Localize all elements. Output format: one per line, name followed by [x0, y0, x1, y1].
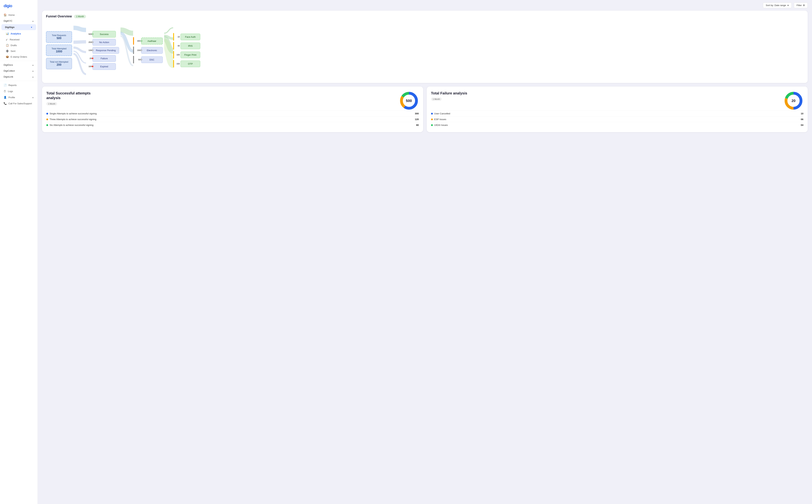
sort-button[interactable]: Sort by: Date range ▼	[763, 3, 792, 8]
sidebar-item-drafts[interactable]: 📋 Drafts	[0, 42, 38, 48]
success-analysis-card: Total Successful attempts analysis 1 Mon…	[42, 87, 423, 132]
failure-donut-chart: 20	[784, 91, 803, 111]
main-content: Sort by: Date range ▼ Filter ⚙ Funnel Ov…	[38, 0, 812, 504]
success-row-3-value: 80	[416, 124, 419, 126]
stage1-node-pending: 130 Response Pending	[86, 47, 119, 54]
sent-icon: ➕	[6, 50, 9, 52]
success-analysis-period: 1 Month	[46, 102, 57, 105]
success-legend: Single Attempts to achieve successful si…	[46, 111, 419, 128]
home-icon: 🏠	[4, 13, 7, 16]
reports-icon: 📄	[4, 84, 7, 87]
digisign-label: DigiSign	[5, 26, 15, 29]
sidebar-item-digidocs[interactable]: DigiDocs ▲	[0, 62, 38, 68]
profile-icon: 👤	[4, 96, 7, 99]
stage2-node-electronic: 150 Electronic	[133, 47, 163, 54]
sidebar-item-estamp[interactable]: 📦 E-stamp Orders	[0, 54, 38, 60]
stage1-pending-num: 130	[86, 49, 92, 51]
stage3-section: 10 Face Auth 40 IRIS	[164, 22, 200, 78]
chevron-up-icon: ▲	[32, 96, 34, 98]
total-not-attempted-value: 200	[49, 63, 69, 66]
chevron-down-icon: ▼	[31, 26, 33, 28]
success-row-3: Six Attempts to achieve successful signi…	[46, 122, 419, 128]
sidebar-item-sent[interactable]: ➕ Sent	[0, 48, 38, 54]
sidebar-item-home[interactable]: 🏠 Home	[0, 12, 38, 18]
sidebar-item-label: Analytics	[11, 32, 21, 35]
stage2-node-dsc: 50 DSC	[133, 56, 163, 63]
chevron-down-icon: ▼	[787, 4, 789, 6]
logo: digio	[0, 3, 38, 12]
expired-box: Expired	[92, 63, 116, 70]
sidebar-item-digikyc[interactable]: DigiKYC ▲	[0, 18, 38, 24]
sidebar-item-label: Profile	[8, 96, 15, 99]
filter-label: Filter	[797, 4, 802, 7]
funnel-diagram: Total Requests 500 Total Attempted 1000 …	[46, 22, 804, 79]
failure-row-1-value: 10	[801, 112, 803, 115]
sidebar-item-digiolink[interactable]: DigioLink ▲	[0, 74, 38, 80]
success-donut-label: 500	[406, 99, 412, 103]
total-attempted-value: 1000	[49, 50, 69, 53]
sidebar-item-analytics[interactable]: 📊 Analytics	[0, 31, 38, 37]
pending-box: Response Pending	[92, 47, 119, 54]
chevron-up-icon: ▲	[32, 64, 34, 66]
sidebar-item-logs[interactable]: 🗒 Logs	[0, 88, 38, 94]
stage3-fingerprint-num: 100	[175, 54, 180, 56]
failure-row-3-value: 04	[801, 124, 803, 126]
total-requests-label: Total Requests	[49, 34, 69, 37]
total-not-attempted-label: Total not Attempted	[49, 61, 69, 63]
stage3-node-otp: 150 OTP	[173, 60, 200, 68]
iris-box: IRIS	[181, 43, 200, 49]
filter-icon: ⚙	[803, 4, 805, 7]
otp-box: OTP	[181, 61, 200, 67]
failure-row-2: ESP Issues 06	[431, 116, 804, 122]
stage1-noaction-num: 250	[86, 41, 92, 43]
sidebar-item-label: Call For Sales/Support	[8, 102, 32, 105]
failure-analysis-period: 1 Month	[431, 97, 442, 101]
digikyc-label: DigiKYC	[4, 20, 12, 22]
failure-analysis-title: Total Failure analysis	[431, 91, 467, 96]
funnel-card: Funnel Overview 1 Month Total Requests 5…	[42, 11, 808, 83]
stage1-node-noaction: 250 No Action	[86, 39, 119, 46]
sidebar: digio 🏠 Home DigiKYC ▲ DigiSign ▼ 📊 Anal…	[0, 0, 38, 504]
sidebar-item-received[interactable]: ↙ Received	[0, 37, 38, 42]
sidebar-item-label: Received	[10, 38, 19, 41]
stage2-dsc-num: 50	[135, 59, 140, 61]
sankey-connector-3	[164, 22, 173, 78]
sidebar-item-callsupport[interactable]: 📞 Call For Sales/Support	[0, 100, 38, 106]
stage3-faceauth-num: 10	[175, 36, 180, 38]
aadhaar-box: Aadhaar	[141, 38, 163, 45]
stage2-node-aadhaar: 300 Aadhaar	[133, 37, 163, 45]
funnel-totals: Total Requests 500 Total Attempted 1000 …	[46, 31, 72, 69]
sidebar-item-label: Reports	[8, 84, 17, 87]
sidebar-item-label: Drafts	[11, 44, 17, 47]
sidebar-item-profile[interactable]: 👤 Profile ▲	[0, 94, 38, 100]
stage2-aadhaar-num: 300	[135, 40, 140, 42]
failure-box: Failure	[92, 55, 116, 62]
failure-row-2-value: 06	[801, 118, 803, 121]
sankey-connector-1	[73, 22, 86, 78]
success-donut-chart: 500	[399, 91, 419, 111]
funnel-title: Funnel Overview	[46, 15, 72, 18]
filter-button[interactable]: Filter ⚙	[794, 3, 808, 8]
sidebar-item-label: Logs	[8, 90, 13, 93]
chevron-up-icon: ▲	[32, 76, 34, 78]
sidebar-item-label: Home	[8, 14, 15, 16]
sidebar-item-digicollect[interactable]: DigiCollect ▲	[0, 68, 38, 74]
success-row-1: Single Attempts to achieve successful si…	[46, 111, 419, 116]
stage1-success-num: 500	[86, 33, 92, 35]
sidebar-item-reports[interactable]: 📄 Reports	[0, 82, 38, 88]
stage1-node-expired: 100 Expired	[86, 63, 119, 70]
electronic-box: Electronic	[141, 47, 163, 54]
failure-row-1: User Cancelled 10	[431, 111, 804, 116]
sidebar-item-digisign[interactable]: DigiSign ▼	[1, 24, 36, 30]
logs-icon: 🗒	[4, 90, 6, 93]
success-row-2: Three Attempts to achieve successful sig…	[46, 116, 419, 122]
stage3-node-fingerprint: 100 Finger Print	[173, 51, 200, 59]
failure-donut-label: 20	[792, 99, 795, 103]
analysis-cards: Total Successful attempts analysis 1 Mon…	[42, 87, 808, 132]
sankey-connector-2	[121, 22, 133, 78]
stage2-electronic-num: 150	[135, 49, 140, 51]
faceauth-box: Face Auth	[181, 34, 200, 40]
failure-row-3: UIDAI Issues 04	[431, 122, 804, 128]
analytics-icon: 📊	[6, 32, 9, 35]
stage1-nodes: 500 Success 250 No Action	[86, 31, 119, 70]
